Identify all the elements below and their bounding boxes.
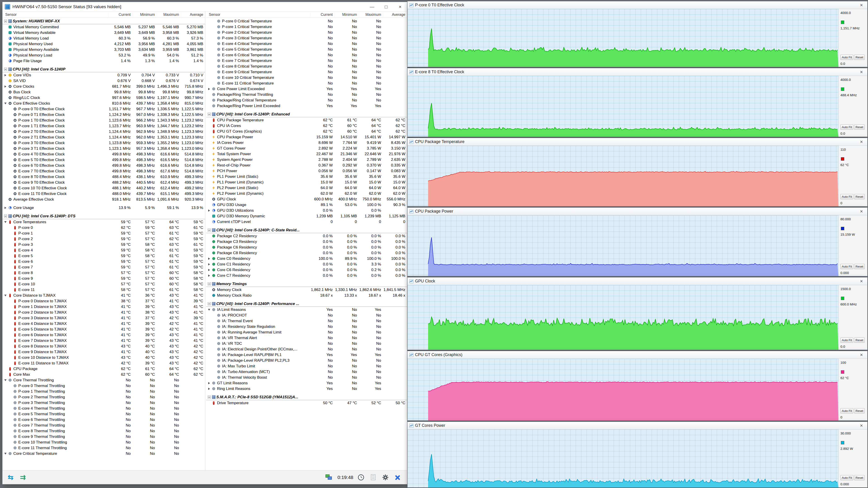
sensor-row[interactable]: Virtual Memory Load60.3 %56.9 %60.3 %57.… [2, 35, 205, 41]
collapse-icon[interactable] [207, 302, 211, 305]
auto-fit-button[interactable]: Auto Fit [840, 475, 853, 480]
collapse-icon[interactable] [207, 396, 211, 398]
sensor-row[interactable]: E-core 8 Thermal ThrottlingNoNoNo [2, 428, 205, 434]
expand-toggle[interactable] [207, 388, 211, 390]
sensor-row[interactable]: Package C8 Residency0.0 %0.0 %0.0 %0.0 % [206, 250, 407, 256]
sensor-row[interactable]: CPU Package Power15.159 W14.510 W15.401 … [206, 134, 407, 140]
settings-button[interactable] [380, 472, 391, 483]
section-header-row[interactable]: System: HUAWEI MDF-XX [2, 18, 205, 24]
sensor-row[interactable]: Package/Ring Power Limit ExceededYesYesY… [206, 103, 407, 109]
sensor-row[interactable]: E-core 1158 °C57 °C61 °C58 °C [2, 287, 205, 293]
section-header-row[interactable]: CPU [#0]: Intel Core i5-1240P: Enhanced [206, 111, 407, 117]
sensor-row[interactable]: GPU D3D Memory Dynamic1,239 MB1,105 MB1,… [206, 213, 407, 219]
sensor-row[interactable]: GPU Clock600.0 MHz400.0 MHz750.0 MHz556.… [206, 196, 407, 202]
column-header-maximum[interactable]: Maximum [157, 12, 181, 17]
section-header-row[interactable]: CPU [#0]: Intel Core i5-1240P: Performan… [206, 301, 407, 307]
sensor-row[interactable]: P-core 0 Thermal ThrottlingNoNoNo [2, 383, 205, 389]
sensor-row[interactable]: CPU GT Cores (Graphics)62 °C60 °C64 °C62… [206, 129, 407, 134]
expand-toggle[interactable] [3, 379, 7, 381]
sensor-row[interactable]: Memory Clock1,862.1 MHz1,330.1 MHz1,862.… [206, 287, 407, 293]
close-button[interactable]: × [393, 2, 407, 11]
sensor-row[interactable]: P-core 2 Thermal ThrottlingNoNoNo [2, 394, 205, 400]
sensor-row[interactable]: Core Clocks681.7 MHz399.0 MHz1,496.3 MHz… [2, 84, 205, 89]
sensor-row[interactable]: E-core 5 T0 Effective Clock499.8 MHz498.… [2, 157, 205, 163]
sensor-row[interactable]: E-core 959 °C57 °C60 °C58 °C [2, 275, 205, 281]
sensor-row[interactable]: E-core 11 Distance to TJMAX42 °C39 °C43 … [2, 360, 205, 366]
expand-toggle[interactable] [3, 74, 7, 76]
auto-fit-button[interactable]: Auto Fit [840, 125, 853, 130]
sensor-row[interactable]: Memory Clock Ratio18.67 x13.33 x18.67 x1… [206, 293, 407, 298]
reset-button[interactable]: Reset [854, 194, 865, 199]
sensor-row[interactable]: Bus Clock99.8 MHz99.8 MHz99.8 MHz99.8 MH… [2, 89, 205, 95]
sensor-row[interactable]: P-core 3 Thermal ThrottlingNoNoNo [2, 400, 205, 405]
sensor-row[interactable]: E-core 4 T0 Effective Clock499.8 MHz498.… [2, 151, 205, 157]
section-header-row[interactable]: CPU [#0]: Intel Core i5-1240P: C-State R… [206, 227, 407, 233]
sensor-row[interactable]: IA: PROCHOTNoNoNo [206, 313, 407, 318]
collapse-icon[interactable] [207, 229, 211, 232]
graph-close-icon[interactable]: × [857, 422, 866, 429]
sensor-row[interactable]: IA: Package-Level RAPL/PBM PL2,PL3NoNoNo [206, 358, 407, 363]
sensor-row[interactable]: IA Cores Power8.696 W7.764 W9.419 W8.435… [206, 140, 407, 145]
sensor-row[interactable]: CPU Package62 °C61 °C64 °C62 °C [2, 366, 205, 372]
sensor-row[interactable]: P-core 0 Critical TemperatureNoNoNo [206, 18, 407, 24]
sensor-row[interactable]: CPU Package Temperature62 °C61 °C64 °C62… [206, 117, 407, 123]
sensor-row[interactable]: IA: VR TDCNoNoNo [206, 341, 407, 346]
sensor-row[interactable]: P-core 062 °C59 °C63 °C61 °C [2, 225, 205, 230]
auto-fit-button[interactable]: Auto Fit [840, 264, 853, 269]
sensor-row[interactable]: Package/Ring Thermal ThrottlingNoNoNo [206, 92, 407, 97]
sensor-row[interactable]: E-core 6 Thermal ThrottlingNoNoNo [2, 417, 205, 422]
sensor-row[interactable]: GPU D3D Utilizations0.0 %0.0 % [206, 207, 407, 213]
sensor-row[interactable]: Core Distance to TJMAX41 °C36 °C43 °C41 … [2, 293, 205, 298]
sensor-row[interactable]: E-core 10 Thermal ThrottlingNoNoNo [2, 440, 205, 445]
sensor-row[interactable]: Package C3 Residency0.0 %0.0 %0.0 %0.0 % [206, 239, 407, 245]
sensor-row[interactable]: E-core 10 T0 Effective Clock488.1 MHz440… [2, 185, 205, 191]
sensor-row[interactable]: System Agent Power2.788 W2.404 W2.789 W2… [206, 157, 407, 162]
sensor-row[interactable]: Core Effective Clocks810.6 MHz439.7 MHz1… [2, 101, 205, 106]
sensor-row[interactable]: PL1 Power Limit (Dynamic)15.0 W15.0 W15.… [206, 180, 407, 185]
graph-close-icon[interactable]: × [857, 2, 866, 9]
sensor-row[interactable]: P-core 1 Thermal ThrottlingNoNoNo [2, 389, 205, 394]
expand-toggle[interactable] [207, 382, 211, 384]
sensor-row[interactable]: E-core 7 Distance to TJMAX41 °C39 °C43 °… [2, 338, 205, 344]
sensor-row[interactable]: P-core 1 T0 Effective Clock1,123.6 MHz96… [2, 118, 205, 123]
sensor-row[interactable]: Physical Memory Available3,703 MB3,634 M… [2, 47, 205, 53]
sensor-row[interactable]: IA: Thermal EventNoNoNo [206, 318, 407, 324]
sensor-row[interactable]: IA: Running Average Thermal LimitNoNoNo [206, 329, 407, 335]
reset-button[interactable]: Reset [854, 408, 865, 414]
sensor-row[interactable]: E-core 7 Thermal ThrottlingNoNoNo [2, 422, 205, 428]
window-titlebar[interactable]: HWiNFO64 v7.50-5150 Sensor Status [93 va… [2, 2, 407, 11]
sensor-row[interactable]: P-core 0 Distance to TJMAX38 °C37 °C41 °… [2, 298, 205, 304]
expand-toggle[interactable] [207, 269, 211, 271]
sensor-row[interactable]: E-core 11 Critical TemperatureNoNoNo [206, 80, 407, 86]
sensor-row[interactable]: Virtual Memory Committed5,546 MB5,237 MB… [2, 24, 205, 30]
sensor-row[interactable]: IA: Electrical Design Point/Other (ICCma… [206, 346, 407, 352]
sensor-row[interactable]: Package C2 Residency0.0 %0.0 %0.0 %0.0 % [206, 233, 407, 239]
minimize-button[interactable]: — [365, 2, 379, 11]
sensor-row[interactable]: P-core 0 T1 Effective Clock1,124.2 MHz96… [2, 112, 205, 118]
sensor-row[interactable]: E-core 6 Distance to TJMAX41 °C39 °C43 °… [2, 332, 205, 338]
sensor-row[interactable]: E-core 5 Distance to TJMAX41 °C39 °C42 °… [2, 326, 205, 332]
sensor-row[interactable]: Core C0 Residency100.0 %89.9 %100.0 %100… [206, 256, 407, 261]
graph-close-icon[interactable]: × [857, 138, 866, 145]
maximize-button[interactable]: □ [379, 2, 393, 11]
sensor-row[interactable]: Virtual Memory Available3,649 MB3,649 MB… [2, 30, 205, 35]
sensor-row[interactable]: E-core 5 Critical TemperatureNoNoNo [206, 46, 407, 52]
sensor-row[interactable]: P-core 259 °C57 °C62 °C59 °C [2, 236, 205, 242]
sensor-row[interactable]: P-core 1 T1 Effective Clock1,123.7 MHz96… [2, 123, 205, 129]
sensor-row[interactable]: Core C6 Residency0.0 %0.0 %0.2 %0.0 % [206, 267, 407, 273]
sensor-row[interactable]: E-core 9 Thermal ThrottlingNoNoNo [2, 434, 205, 440]
sensor-row[interactable]: P-core 3 T0 Effective Clock1,123.8 MHz95… [2, 140, 205, 146]
expand-toggle[interactable] [207, 274, 211, 277]
sensor-row[interactable]: GT Limit ReasonsYesNoYes [206, 380, 407, 386]
graph-close-icon[interactable]: × [857, 68, 866, 76]
graph-titlebar[interactable]: GT Cores Power× [408, 422, 867, 429]
reset-button[interactable]: Reset [854, 337, 865, 343]
sensor-row[interactable]: Core Temperatures59 °C57 °C64 °C59 °C [2, 219, 205, 225]
expand-toggle[interactable] [207, 263, 211, 265]
sensor-row[interactable]: IA: Max Turbo LimitNoNoNo [206, 363, 407, 369]
column-header-average[interactable]: Average [383, 12, 407, 17]
sensor-row[interactable]: P-core 2 T1 Effective Clock1,124.4 MHz96… [2, 134, 205, 140]
sensor-row[interactable]: Core C7 Residency0.0 %0.0 %0.0 %0.0 % [206, 273, 407, 278]
expand-toggle[interactable] [207, 88, 211, 90]
column-header-current[interactable]: Current [108, 12, 132, 17]
